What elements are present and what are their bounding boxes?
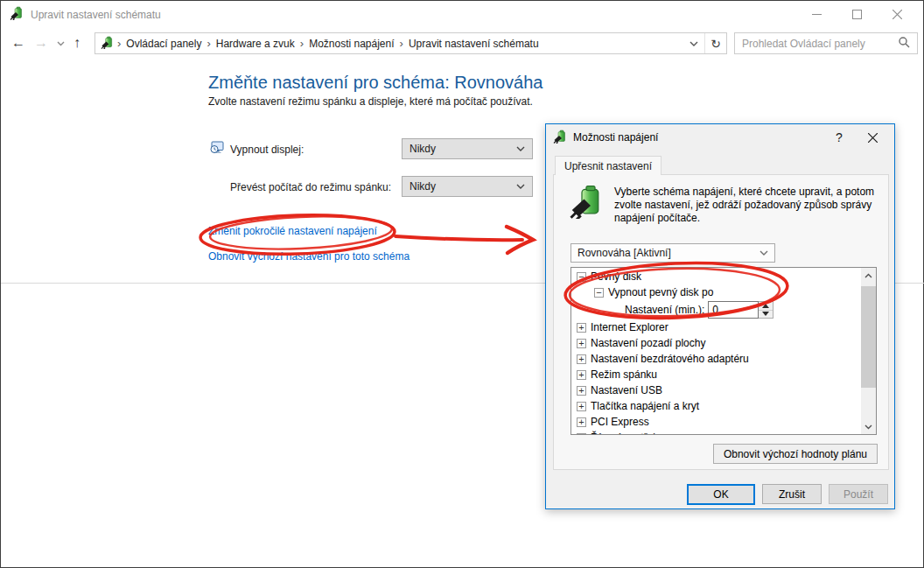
address-bar[interactable]: › Ovládací panely › Hardware a zvuk › Mo… (94, 32, 727, 54)
title-bar: Upravit nastavení schématu (1, 1, 923, 28)
tree-item-wireless-adapter[interactable]: + Nastavení bezdrátového adaptéru (571, 351, 860, 367)
sleep-select[interactable]: Nikdy (402, 176, 533, 197)
ok-button[interactable]: OK (687, 484, 755, 505)
dialog-title: Možnosti napájení (573, 131, 658, 144)
chevron-right-icon: › (396, 37, 407, 50)
display-off-label: Vypnout displej: (230, 144, 304, 156)
tree-item-processor-power[interactable]: + Řízení spotřeby procesoru (571, 430, 860, 435)
restore-defaults-link[interactable]: Obnovit výchozí nastavení pro toto schém… (208, 250, 410, 263)
breadcrumb-control-panel[interactable]: Ovládací panely (124, 38, 203, 50)
spin-down-icon[interactable] (759, 311, 773, 319)
power-options-dialog: Možnosti napájení ? Upřesnit nastavení V… (545, 123, 895, 509)
minutes-spinner (708, 301, 774, 319)
tree-scrollbar[interactable] (861, 268, 876, 434)
power-options-icon (10, 6, 24, 23)
tree-item-pci-express[interactable]: + PCI Express (571, 414, 860, 430)
dialog-close-icon[interactable] (856, 124, 889, 151)
collapse-icon[interactable]: − (577, 272, 586, 282)
maximize-button[interactable] (836, 1, 877, 28)
chevron-right-icon: › (297, 37, 307, 50)
chevron-right-icon: › (114, 37, 124, 50)
search-box[interactable] (734, 32, 918, 54)
chevron-down-icon (516, 146, 525, 151)
cancel-button[interactable]: Zrušit (762, 484, 822, 504)
expand-icon[interactable]: + (577, 417, 586, 427)
advanced-power-settings-link[interactable]: Změnit pokročilé nastavení napájení (208, 225, 377, 237)
tree-item-usb-settings[interactable]: + Nastavení USB (571, 382, 860, 398)
tree-item-setting-minutes: Nastavení (min.): (571, 300, 860, 319)
breadcrumb-edit-plan-settings[interactable]: Upravit nastavení schématu (407, 38, 541, 50)
power-options-icon (553, 130, 567, 146)
expand-icon[interactable]: + (577, 370, 586, 380)
forward-icon[interactable]: → (34, 36, 48, 50)
expand-icon[interactable]: + (577, 339, 586, 348)
tree-item-internet-explorer[interactable]: + Internet Explorer (571, 319, 860, 335)
tree-item-sleep-mode[interactable]: + Režim spánku (571, 367, 860, 382)
display-off-select[interactable]: Nikdy (402, 138, 533, 159)
scroll-up-icon[interactable] (861, 268, 876, 283)
apply-button: Použít (829, 484, 888, 504)
expand-icon[interactable]: + (577, 433, 586, 436)
sleep-label: Převést počítač do režimu spánku: (230, 181, 391, 193)
breadcrumb-power-options[interactable]: Možnosti napájení (307, 38, 396, 50)
settings-tree: − Pevný disk − Vypnout pevný disk po Nas… (570, 267, 877, 435)
address-dropdown-chevron-icon[interactable] (683, 33, 704, 53)
sleep-value: Nikdy (410, 180, 516, 193)
tree-item-desktop-background[interactable]: + Nastavení pozadí plochy (571, 335, 860, 351)
minimize-button[interactable] (796, 1, 836, 28)
tree-item-turn-off-disk[interactable]: − Vypnout pevný disk po (571, 284, 860, 300)
tree-item-power-buttons[interactable]: + Tlačítka napájení a kryt (571, 398, 860, 414)
scroll-down-icon[interactable] (861, 419, 876, 434)
display-off-value: Nikdy (410, 143, 516, 155)
power-scheme-value: Rovnováha [Aktivní] (578, 247, 760, 259)
dialog-description: Vyberte schéma napájení, které chcete up… (614, 186, 884, 225)
expand-icon[interactable]: + (577, 402, 586, 411)
chevron-right-icon: › (203, 37, 214, 50)
breadcrumb-hardware-sound[interactable]: Hardware a zvuk (214, 38, 297, 50)
tab-advanced-settings[interactable]: Upřesnit nastavení (555, 156, 662, 175)
chevron-down-icon (760, 250, 768, 256)
chevron-down-icon (516, 184, 525, 189)
search-input[interactable] (735, 38, 898, 50)
address-location-icon (101, 36, 114, 52)
page-subtitle: Zvolte nastavení režimu spánku a displej… (208, 95, 533, 108)
scrollbar-thumb[interactable] (861, 286, 876, 388)
spin-up-icon[interactable] (759, 302, 773, 311)
navigation-toolbar: ← → ↑ › Ovládací panely › Hardware a zvu… (1, 28, 923, 57)
tree-item-hard-disk[interactable]: − Pevný disk (571, 269, 860, 284)
refresh-icon[interactable]: ↻ (705, 33, 726, 53)
back-icon[interactable]: ← (11, 36, 25, 50)
window-title: Upravit nastavení schématu (31, 9, 161, 21)
page-title: Změňte nastavení pro schéma: Rovnováha (208, 73, 542, 93)
dialog-title-bar: Možnosti napájení ? (546, 124, 894, 151)
search-icon[interactable] (898, 36, 910, 51)
battery-icon (569, 184, 604, 221)
power-scheme-select[interactable]: Rovnováha [Aktivní] (570, 243, 775, 263)
expand-icon[interactable]: + (577, 354, 586, 364)
minutes-input[interactable] (708, 301, 759, 319)
expand-icon[interactable]: + (577, 323, 586, 333)
collapse-icon[interactable]: − (594, 288, 604, 298)
control-panel-window: Upravit nastavení schématu ← → ↑ (0, 0, 924, 568)
help-button[interactable]: ? (822, 124, 856, 151)
up-icon[interactable]: ↑ (74, 36, 80, 50)
recent-pages-chevron-icon[interactable] (57, 37, 65, 49)
restore-plan-defaults-button[interactable]: Obnovit výchozí hodnoty plánu (713, 444, 878, 464)
display-icon (210, 140, 224, 157)
expand-icon[interactable]: + (577, 386, 586, 396)
close-button[interactable] (877, 1, 917, 28)
